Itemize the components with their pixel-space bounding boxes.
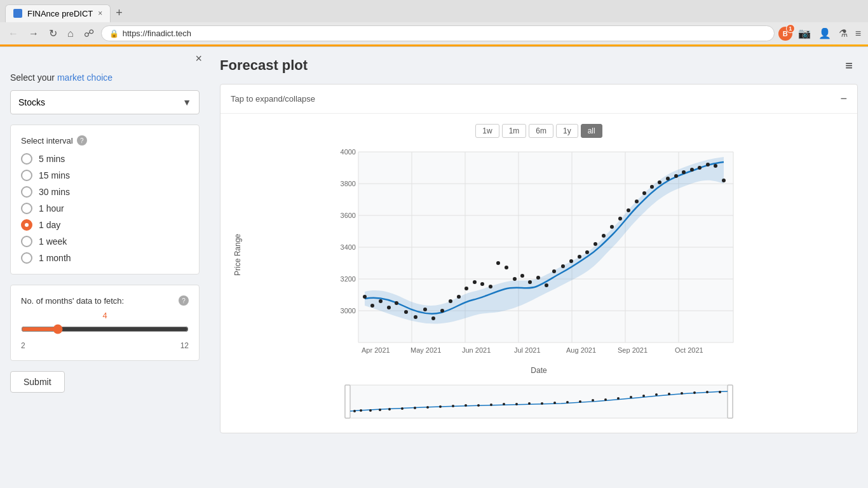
- svg-point-30: [431, 316, 435, 320]
- market-dropdown[interactable]: Stocks ▼: [10, 90, 200, 114]
- menu-button[interactable]: ≡: [853, 26, 863, 41]
- svg-point-96: [579, 400, 581, 403]
- reload-button[interactable]: ↻: [46, 25, 60, 41]
- radio-circle-1week: [21, 236, 32, 247]
- svg-point-66: [722, 179, 726, 182]
- svg-text:3200: 3200: [341, 275, 356, 283]
- svg-text:3600: 3600: [341, 212, 356, 219]
- svg-point-24: [379, 299, 383, 303]
- svg-text:Jul 2021: Jul 2021: [514, 346, 541, 354]
- time-btn-all[interactable]: all: [581, 124, 602, 138]
- svg-point-31: [440, 309, 444, 313]
- interval-help-icon[interactable]: ?: [77, 135, 87, 146]
- tab-close-icon[interactable]: ×: [98, 9, 102, 18]
- svg-point-27: [404, 310, 408, 314]
- page-title: Forecast plot: [220, 57, 308, 74]
- back-button[interactable]: ←: [5, 26, 22, 41]
- radio-label-5mins: 5 mins: [39, 154, 65, 164]
- svg-point-42: [528, 280, 532, 284]
- collapse-button[interactable]: −: [840, 92, 847, 105]
- svg-text:Jun 2021: Jun 2021: [462, 346, 491, 354]
- svg-point-23: [370, 304, 374, 308]
- radio-circle-5mins: [21, 153, 32, 165]
- svg-point-94: [553, 402, 556, 404]
- radio-item-1month[interactable]: 1 month: [21, 252, 189, 264]
- radio-item-1week[interactable]: 1 week: [21, 236, 189, 247]
- camera-button[interactable]: 📷: [796, 25, 813, 41]
- svg-point-61: [682, 170, 686, 174]
- svg-point-78: [360, 409, 362, 412]
- radio-label-15mins: 15 mins: [39, 170, 70, 180]
- radio-item-15mins[interactable]: 15 mins: [21, 170, 189, 181]
- time-btn-6m[interactable]: 6m: [529, 124, 553, 138]
- sidebar-close-button[interactable]: ×: [195, 52, 202, 65]
- svg-text:May 2021: May 2021: [410, 346, 441, 354]
- radio-item-1hour[interactable]: 1 hour: [21, 203, 189, 214]
- svg-point-58: [658, 180, 661, 184]
- svg-point-25: [387, 306, 391, 309]
- slider-container: [21, 324, 189, 336]
- forward-button[interactable]: →: [25, 26, 42, 41]
- profile-button[interactable]: 👤: [817, 25, 833, 41]
- submit-button[interactable]: Submit: [10, 371, 65, 393]
- browser-tab[interactable]: FINAnce preDICT ×: [5, 4, 111, 22]
- svg-point-26: [395, 301, 398, 305]
- svg-point-81: [388, 408, 391, 410]
- hamburger-menu-button[interactable]: ≡: [845, 58, 853, 73]
- svg-text:3800: 3800: [341, 180, 356, 187]
- svg-point-77: [353, 410, 356, 412]
- lock-icon: 🔒: [109, 29, 119, 38]
- svg-point-36: [480, 282, 484, 286]
- brave-shield[interactable]: B 1: [778, 27, 792, 41]
- bookmark-button[interactable]: ☍: [81, 25, 97, 41]
- svg-point-43: [536, 276, 540, 280]
- browser-toolbar: ← → ↻ ⌂ ☍ 🔒 https://finadict.tech B 1 📷 …: [0, 22, 868, 44]
- svg-point-38: [496, 261, 500, 265]
- svg-point-87: [465, 404, 467, 407]
- svg-point-55: [635, 200, 639, 203]
- svg-rect-74: [345, 385, 733, 418]
- interval-section: Select interval ? 5 mins15 mins30 mins1 …: [10, 125, 200, 274]
- time-btn-1m[interactable]: 1m: [502, 124, 527, 138]
- tab-favicon: [13, 9, 22, 18]
- months-slider[interactable]: [21, 324, 189, 334]
- radio-circle-1hour: [21, 203, 32, 214]
- svg-text:Apr 2021: Apr 2021: [362, 346, 390, 354]
- extensions-button[interactable]: ⚗: [837, 25, 850, 41]
- svg-text:3400: 3400: [341, 243, 356, 251]
- radio-item-30mins[interactable]: 30 mins: [21, 186, 189, 198]
- svg-point-60: [674, 174, 678, 178]
- svg-point-105: [693, 391, 696, 394]
- chart-card: Tap to expand/collapse − 1w1m6m1yall Pri…: [220, 84, 858, 433]
- svg-point-33: [457, 295, 461, 299]
- svg-point-45: [552, 269, 556, 273]
- svg-point-102: [655, 393, 658, 396]
- radio-item-1day[interactable]: 1 day: [21, 219, 189, 231]
- time-btn-1w[interactable]: 1w: [475, 124, 499, 138]
- svg-point-107: [719, 391, 721, 393]
- svg-point-64: [706, 163, 710, 166]
- svg-point-40: [513, 277, 517, 281]
- svg-point-88: [477, 404, 480, 407]
- svg-point-79: [369, 409, 372, 412]
- radio-item-5mins[interactable]: 5 mins: [21, 153, 189, 165]
- browser-chrome: FINAnce preDICT × + ← → ↻ ⌂ ☍ 🔒 https://…: [0, 0, 868, 47]
- months-help-icon[interactable]: ?: [179, 295, 189, 306]
- svg-point-91: [515, 403, 518, 405]
- svg-point-83: [414, 407, 416, 409]
- url-bar[interactable]: 🔒 https://finadict.tech: [101, 25, 775, 41]
- new-tab-button[interactable]: +: [111, 4, 128, 22]
- time-btn-1y[interactable]: 1y: [556, 124, 578, 138]
- svg-point-41: [520, 274, 524, 278]
- svg-point-35: [473, 280, 477, 284]
- collapse-text[interactable]: Tap to expand/collapse: [231, 94, 315, 104]
- market-value: Stocks: [18, 97, 45, 107]
- svg-point-82: [401, 407, 403, 410]
- main-content: Forecast plot ≡ Tap to expand/collapse −…: [210, 47, 868, 488]
- svg-point-80: [379, 409, 381, 411]
- svg-point-106: [706, 391, 709, 393]
- browser-actions: B 1 📷 👤 ⚗ ≡: [778, 25, 863, 41]
- chart-card-header: Tap to expand/collapse −: [220, 85, 857, 114]
- home-button[interactable]: ⌂: [64, 26, 77, 41]
- svg-point-34: [465, 287, 468, 290]
